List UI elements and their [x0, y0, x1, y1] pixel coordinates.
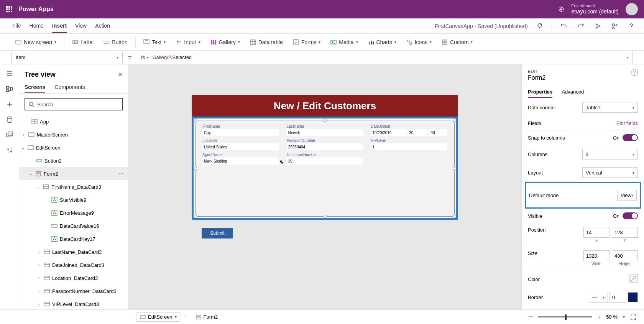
environment-picker[interactable]: Environment enayu.com (default)	[571, 3, 619, 15]
formula-input[interactable]: fx▾ Gallery2.Selected ▾	[137, 52, 632, 63]
field-passport[interactable]: PassportNumber29930404	[287, 138, 363, 150]
field-vip[interactable]: VIPLevel1	[371, 138, 447, 150]
label-button[interactable]: Label	[68, 37, 97, 48]
share-icon[interactable]	[610, 21, 619, 31]
new-screen-button[interactable]: New screen▾	[12, 37, 60, 48]
tree-node-form2[interactable]: ⌄Form2⋯	[19, 167, 128, 180]
border-color-swatch[interactable]	[628, 292, 638, 302]
zoom-slider[interactable]	[538, 316, 592, 317]
border-width-input[interactable]: 0	[610, 292, 626, 303]
user-avatar[interactable]	[626, 3, 638, 15]
input-button[interactable]: Input▾	[172, 37, 204, 48]
visible-toggle[interactable]	[623, 212, 638, 219]
resize-handle[interactable]	[453, 118, 456, 122]
tree-node-button2[interactable]: Button2	[19, 154, 128, 167]
form-selection[interactable]: FirstNameCoy LastNameNewell DateJoined10…	[192, 117, 458, 220]
layout-select[interactable]: Vertical▾	[582, 167, 638, 178]
tree-node-passport-dc[interactable]: ›PassportNumber_DataCard3	[19, 285, 128, 298]
datatable-button[interactable]: Data table	[246, 37, 287, 48]
media-button[interactable]: Media▾	[327, 37, 361, 48]
field-custnum[interactable]: CustomerNumber39	[287, 153, 363, 164]
icons-button[interactable]: Icons▾	[402, 37, 435, 48]
breadcrumb-editscreen[interactable]: EditScreen▾	[136, 312, 181, 322]
tab-screens[interactable]: Screens	[25, 82, 45, 93]
tab-advanced[interactable]: Advanced	[562, 87, 584, 98]
app-checker-icon[interactable]	[535, 21, 545, 31]
menu-home[interactable]: Home	[30, 19, 44, 33]
resize-handle[interactable]	[194, 215, 197, 218]
fit-screen-icon[interactable]	[630, 314, 636, 320]
button-button[interactable]: Button	[100, 37, 131, 48]
tree-search-input[interactable]: Search	[25, 98, 123, 110]
info-icon[interactable]: ?	[631, 69, 638, 76]
redo-icon[interactable]	[576, 21, 586, 31]
width-input[interactable]: 1320	[583, 250, 610, 261]
field-location[interactable]: LocationUnited States	[202, 138, 279, 150]
tree-node-dck[interactable]: DataCardKey17	[19, 232, 128, 245]
canvas-area[interactable]: New / Edit Customers FirstNameCoy LastNa…	[128, 64, 521, 309]
tree-view-icon[interactable]	[6, 85, 13, 93]
advanced-tools-icon[interactable]	[6, 146, 13, 154]
more-icon[interactable]: ⋯	[119, 171, 124, 177]
tree-node-lastname-dc[interactable]: ›LastName_DataCard3	[19, 245, 128, 258]
snap-toggle[interactable]	[623, 134, 638, 141]
text-button[interactable]: Text▾	[140, 37, 170, 48]
custom-button[interactable]: Custom▾	[438, 37, 476, 48]
property-selector[interactable]: Item▾	[12, 52, 123, 63]
play-icon[interactable]	[593, 21, 603, 31]
tree-node-app[interactable]: App	[19, 115, 128, 128]
border-style-select[interactable]: —▾	[589, 292, 608, 303]
charts-button[interactable]: Charts▾	[364, 37, 400, 48]
resize-handle[interactable]	[194, 167, 197, 170]
breadcrumb-form2[interactable]: Form2	[192, 312, 222, 321]
app-launcher-icon[interactable]	[6, 6, 12, 12]
tree-node-errormsg[interactable]: ErrorMessage9	[19, 206, 128, 219]
tab-components[interactable]: Components	[54, 82, 85, 93]
resize-handle[interactable]	[323, 215, 327, 218]
tree-node-firstname-dc[interactable]: ⌄FirstName_DataCard3	[19, 180, 128, 193]
field-datejoined[interactable]: DateJoined10/20/201920:00	[371, 124, 447, 136]
resize-handle[interactable]	[323, 118, 327, 122]
resize-handle[interactable]	[194, 118, 197, 122]
zoom-in-button[interactable]: +	[597, 314, 601, 321]
tab-properties[interactable]: Properties	[528, 87, 552, 98]
tree-node-editscreen[interactable]: ⌄EditScreen	[19, 141, 128, 154]
resize-handle[interactable]	[453, 167, 456, 170]
resize-handle[interactable]	[453, 215, 456, 218]
datasource-select[interactable]: Table1▾	[582, 102, 638, 113]
defaultmode-select[interactable]: View▾	[617, 190, 637, 201]
tree-node-masterscreen[interactable]: ›MasterScreen	[19, 128, 128, 141]
field-firstname[interactable]: FirstNameCoy	[202, 124, 279, 136]
hamburger-icon[interactable]	[6, 70, 13, 77]
menu-insert[interactable]: Insert	[52, 19, 67, 33]
field-value: 1	[371, 143, 447, 150]
undo-icon[interactable]	[559, 21, 569, 31]
data-icon[interactable]	[6, 116, 13, 123]
menu-view[interactable]: View	[75, 19, 87, 33]
expand-formula-icon[interactable]: ▾	[626, 55, 628, 59]
menu-action[interactable]: Action	[95, 19, 110, 33]
edit-fields-link[interactable]: Edit fields	[616, 120, 638, 126]
zoom-dropdown[interactable]: ▾	[623, 315, 625, 319]
tree-node-datejoined-dc[interactable]: ›DateJoined_DataCard3	[19, 258, 128, 271]
color-swatch[interactable]	[628, 274, 638, 284]
gallery-button[interactable]: Gallery▾	[207, 37, 244, 48]
tree-node-location-dc[interactable]: ›Location_DataCard3	[19, 271, 128, 285]
field-lastname[interactable]: LastNameNewell	[287, 124, 363, 136]
close-icon[interactable]: ✕	[118, 71, 123, 78]
pos-x-input[interactable]: 14	[583, 227, 610, 238]
submit-button[interactable]: Submit	[202, 228, 233, 238]
zoom-out-button[interactable]: −	[529, 313, 533, 321]
help-icon[interactable]	[626, 21, 636, 31]
field-agent[interactable]: AgentNameMark Siedling	[202, 153, 279, 164]
menu-file[interactable]: File	[12, 19, 21, 33]
forms-button[interactable]: Forms▾	[289, 37, 325, 48]
tree-node-vip-dc[interactable]: ›VIPLevel_DataCard3	[19, 298, 128, 309]
height-input[interactable]: 480	[612, 250, 638, 261]
tree-node-starvisible[interactable]: StarVisible9	[19, 193, 128, 206]
media-pane-icon[interactable]	[6, 131, 13, 139]
pos-y-input[interactable]: 128	[612, 227, 638, 238]
insert-pane-icon[interactable]	[6, 100, 13, 108]
columns-select[interactable]: 3▾	[582, 149, 638, 160]
tree-node-dcv[interactable]: DataCardValue16	[19, 219, 128, 232]
